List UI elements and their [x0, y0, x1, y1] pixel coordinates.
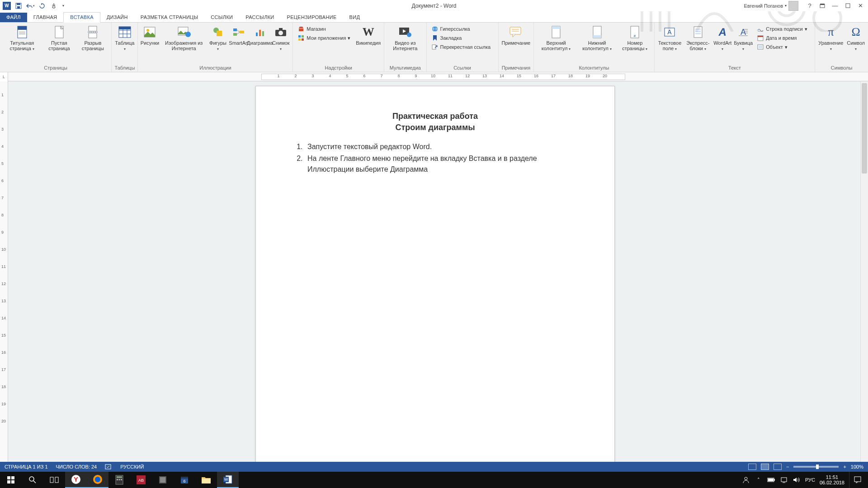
group-header-footer: Верхний колонтитул ▾ Нижний колонтитул ▾…: [534, 23, 654, 72]
page-indicator[interactable]: СТРАНИЦА 1 ИЗ 1: [5, 464, 48, 469]
user-avatar-icon[interactable]: [788, 1, 798, 11]
app-icon[interactable]: W: [2, 1, 12, 11]
svg-rect-40: [299, 28, 303, 29]
start-button[interactable]: [0, 472, 22, 488]
my-apps-button[interactable]: Мои приложения ▾: [297, 34, 352, 42]
taskbar-sticky-notes[interactable]: [152, 472, 174, 488]
store-button[interactable]: Магазин: [297, 25, 352, 33]
cover-page-button[interactable]: Титульная страница ▾: [2, 24, 42, 53]
equation-button[interactable]: πУравнение▾: [817, 24, 844, 53]
people-icon[interactable]: [742, 476, 750, 484]
document-content[interactable]: Практическая работа Строим диаграммы Зап…: [288, 112, 582, 176]
page-break-button[interactable]: Разрыв страницы: [76, 24, 109, 52]
tab-review[interactable]: РЕЦЕНЗИРОВАНИЕ: [281, 13, 343, 22]
tab-selector[interactable]: L: [0, 72, 8, 81]
close-button[interactable]: ✕: [854, 1, 866, 11]
tray-expand-icon[interactable]: ˄: [755, 476, 763, 484]
taskbar-abbyy[interactable]: AB: [130, 472, 152, 488]
page-number-button[interactable]: #Номер страницы ▾: [618, 24, 652, 53]
maximize-button[interactable]: [842, 1, 854, 11]
word-count[interactable]: ЧИСЛО СЛОВ: 24: [56, 464, 97, 469]
user-name[interactable]: Евгений Поганов: [744, 3, 783, 9]
vertical-scrollbar[interactable]: [860, 81, 868, 472]
shapes-button[interactable]: Фигуры▾: [208, 24, 228, 53]
zoom-in-button[interactable]: +: [843, 464, 846, 469]
battery-icon[interactable]: [767, 476, 775, 484]
page[interactable]: Практическая работа Строим диаграммы Зап…: [255, 86, 615, 472]
help-button[interactable]: ?: [804, 1, 816, 11]
zoom-out-button[interactable]: −: [786, 464, 789, 469]
tab-mailings[interactable]: РАССЫЛКИ: [239, 13, 280, 22]
text-box-button[interactable]: AТекстовое поле ▾: [656, 24, 684, 53]
tab-design[interactable]: ДИЗАЙН: [100, 13, 134, 22]
read-mode-button[interactable]: [748, 464, 756, 470]
blank-page-button[interactable]: Пустая страница: [43, 24, 75, 52]
ribbon-display-button[interactable]: [816, 1, 828, 11]
input-language[interactable]: РУС: [805, 477, 815, 483]
network-icon[interactable]: [780, 476, 788, 484]
group-label: Иллюстрации: [140, 65, 291, 72]
zoom-slider[interactable]: [793, 466, 839, 468]
pictures-button[interactable]: Рисунки: [140, 24, 160, 47]
clock[interactable]: 11:51 06.02.2018: [820, 474, 844, 485]
svg-rect-57: [593, 35, 601, 38]
taskbar-yandex[interactable]: Y: [65, 472, 87, 488]
undo-button[interactable]: ▾: [25, 1, 35, 11]
volume-icon[interactable]: [793, 476, 801, 484]
screenshot-button[interactable]: Снимок▾: [271, 24, 291, 53]
svg-rect-15: [89, 33, 97, 38]
horizontal-ruler[interactable]: L 1234567891011121314151617181920: [0, 72, 868, 81]
online-video-button[interactable]: Видео из Интернета: [386, 24, 424, 52]
taskbar-explorer[interactable]: [195, 472, 217, 488]
tab-view[interactable]: ВИД: [343, 13, 367, 22]
tab-layout[interactable]: РАЗМЕТКА СТРАНИЦЫ: [134, 13, 205, 22]
proofing-icon[interactable]: [105, 464, 112, 470]
bookmark-button[interactable]: Закладка: [430, 34, 495, 42]
chart-button[interactable]: Диаграмма: [250, 24, 270, 47]
date-time-button[interactable]: Дата и время: [756, 34, 811, 42]
cross-reference-button[interactable]: Перекрестная ссылка: [430, 43, 495, 51]
web-layout-button[interactable]: [774, 464, 782, 470]
object-button[interactable]: Объект ▾: [756, 43, 811, 51]
symbol-button[interactable]: ΩСимвол▾: [845, 24, 866, 53]
redo-button[interactable]: [37, 1, 47, 11]
footer-button[interactable]: Нижний колонтитул ▾: [577, 24, 617, 53]
svg-text:#: #: [634, 34, 636, 38]
svg-rect-92: [119, 479, 120, 480]
taskbar-calendar[interactable]: 6: [174, 472, 195, 488]
print-layout-button[interactable]: [761, 464, 769, 470]
tab-file[interactable]: ФАЙЛ: [0, 13, 27, 22]
tab-references[interactable]: ССЫЛКИ: [204, 13, 239, 22]
hyperlink-button[interactable]: Гиперссылка: [430, 25, 495, 33]
drop-cap-button[interactable]: AБуквица▾: [733, 24, 753, 53]
taskbar-word[interactable]: W: [217, 472, 239, 488]
comment-button[interactable]: Примечание: [500, 24, 532, 47]
zoom-level[interactable]: 100%: [851, 464, 863, 469]
qat-customize[interactable]: ▾: [61, 1, 66, 11]
vertical-ruler[interactable]: 1234567891011121314151617181920: [0, 81, 8, 472]
search-button[interactable]: [22, 472, 43, 488]
svg-rect-36: [262, 31, 264, 36]
tab-insert[interactable]: ВСТАВКА: [63, 12, 100, 23]
wikipedia-button[interactable]: WВикипедия: [354, 24, 382, 47]
wordart-button[interactable]: AWordArt▾: [712, 24, 732, 53]
online-pictures-button[interactable]: Изображения из Интернета: [160, 24, 207, 52]
group-addins: Магазин Мои приложения ▾ WВикипедия Надс…: [293, 23, 384, 72]
svg-text:A: A: [741, 28, 746, 37]
quick-parts-button[interactable]: Экспресс-блоки ▾: [684, 24, 712, 53]
save-button[interactable]: [14, 1, 24, 11]
minimize-button[interactable]: —: [829, 1, 841, 11]
svg-rect-35: [259, 30, 261, 36]
table-button[interactable]: Таблица▾: [113, 24, 136, 53]
tab-home[interactable]: ГЛАВНАЯ: [27, 13, 64, 22]
taskbar-firefox[interactable]: [87, 472, 108, 488]
header-button[interactable]: Верхний колонтитул ▾: [536, 24, 576, 53]
signature-line-button[interactable]: Строка подписи ▾: [756, 25, 811, 33]
task-view-button[interactable]: [43, 472, 65, 488]
touch-mode-button[interactable]: [49, 1, 59, 11]
language-indicator[interactable]: РУССКИЙ: [120, 464, 144, 469]
action-center-icon[interactable]: [849, 472, 865, 488]
svg-line-82: [33, 481, 36, 483]
taskbar-calculator[interactable]: [108, 472, 130, 488]
smartart-button[interactable]: SmartArt: [229, 24, 249, 47]
